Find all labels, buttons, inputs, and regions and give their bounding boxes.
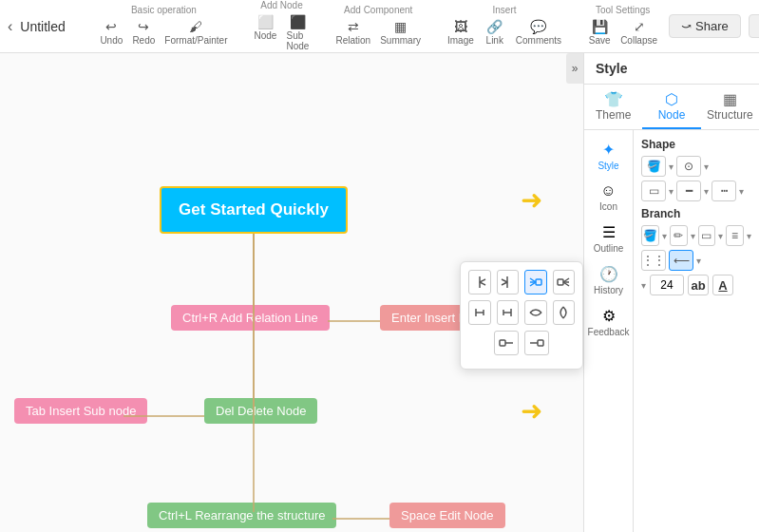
branch-opt-1[interactable] bbox=[468, 270, 491, 294]
panel-collapse-button[interactable]: » bbox=[566, 53, 583, 84]
comments-button[interactable]: 💬Comments bbox=[512, 17, 565, 48]
redo-icon: ↪ bbox=[138, 19, 149, 34]
branch-opt-2[interactable] bbox=[497, 270, 520, 294]
basic-operation-buttons: ↩Undo ↪Redo 🖌Format/Painter bbox=[96, 17, 231, 48]
add-component-group: Add Component ⇄Relation ▦Summary bbox=[332, 5, 425, 48]
ctrl-l-node[interactable]: Ctrl+L Rearrange the structure bbox=[147, 503, 336, 528]
export-button[interactable]: ⬆ Export bbox=[749, 14, 759, 38]
border-dropdown[interactable]: ▾ bbox=[704, 162, 709, 172]
ctrl-r-node[interactable]: Ctrl+R Add Relation Line bbox=[171, 305, 330, 331]
sub-node-button[interactable]: ⬛Sub Node bbox=[282, 12, 313, 53]
summary-button[interactable]: ▦Summary bbox=[376, 17, 425, 48]
undo-button[interactable]: ↩Undo bbox=[96, 17, 126, 48]
del-node[interactable]: Del Delete Node bbox=[204, 398, 317, 424]
branch-fill-dropdown[interactable]: ▾ bbox=[662, 231, 667, 241]
add-node-group: Add Node ⬜Node ⬛Sub Node bbox=[250, 0, 313, 53]
insert-label: Insert bbox=[493, 5, 517, 15]
branch-fill-btn[interactable]: 🪣 bbox=[641, 225, 659, 246]
branch-popup bbox=[460, 261, 583, 370]
text-bold-btn[interactable]: ab bbox=[688, 275, 709, 295]
text-underline-btn[interactable]: A bbox=[712, 275, 733, 295]
panel-main-content: Shape 🪣 ▾ ⊙ ▾ ▭ ▾ ━ ▾ ┅ ▾ Branch bbox=[634, 130, 759, 532]
back-button[interactable]: ‹ bbox=[8, 18, 12, 35]
branch-layout-dropdown[interactable]: ▾ bbox=[696, 256, 701, 266]
relation-button[interactable]: ⇄Relation bbox=[332, 17, 374, 48]
rect-dropdown[interactable]: ▾ bbox=[669, 186, 674, 197]
document-title: Untitled bbox=[20, 19, 77, 34]
tab-node[interactable]: Tab Insert Sub node bbox=[14, 398, 147, 424]
tool-settings-group: Tool Settings 💾Save ⤢Collapse bbox=[584, 5, 661, 48]
border-color-btn[interactable]: ⊙ bbox=[676, 156, 701, 177]
dash-dropdown[interactable]: ▾ bbox=[739, 186, 744, 197]
structure-icon: ▦ bbox=[705, 90, 755, 108]
branch-opt-7[interactable] bbox=[524, 300, 547, 325]
link-icon: 🔗 bbox=[486, 19, 503, 34]
shape-row-2: ▭ ▾ ━ ▾ ┅ ▾ bbox=[641, 180, 751, 201]
panel-tabs: 👕 Theme ⬡ Node ▦ Structure bbox=[584, 85, 759, 130]
dash-btn[interactable]: ┅ bbox=[712, 180, 736, 201]
svg-line-5 bbox=[502, 282, 507, 285]
branch-opt-6[interactable] bbox=[497, 300, 520, 325]
node-button[interactable]: ⬜Node bbox=[250, 12, 280, 53]
branch-dash2-btn[interactable]: ≡ bbox=[726, 225, 744, 246]
image-button[interactable]: 🖼Image bbox=[444, 17, 478, 48]
branch-opt-3[interactable] bbox=[524, 270, 547, 294]
collapse-button[interactable]: ⤢Collapse bbox=[617, 17, 661, 48]
branch-dash2-dropdown[interactable]: ▾ bbox=[747, 231, 751, 241]
space-node[interactable]: Space Edit Node bbox=[389, 503, 505, 528]
toolbar-right: ⤻ Share ⬆ Export bbox=[669, 14, 759, 38]
side-outline[interactable]: ☰ Outline bbox=[586, 218, 632, 258]
sub-node-icon: ⬛ bbox=[290, 14, 306, 29]
font-dropdown[interactable]: ▾ bbox=[641, 280, 646, 291]
font-size-input[interactable]: 24 bbox=[650, 275, 684, 295]
branch-layout-selected-btn[interactable]: ⟵ bbox=[669, 250, 693, 271]
link-button[interactable]: 🔗Link bbox=[480, 17, 510, 48]
branch-opt-4[interactable] bbox=[553, 270, 576, 294]
rect-btn[interactable]: ▭ bbox=[641, 180, 666, 201]
undo-icon: ↩ bbox=[105, 19, 117, 34]
branch-opt-9[interactable] bbox=[494, 331, 519, 355]
side-icon[interactable]: ☺ Icon bbox=[586, 178, 632, 217]
branch-rect-btn[interactable]: ▭ bbox=[698, 225, 716, 246]
format-painter-button[interactable]: 🖌Format/Painter bbox=[161, 17, 231, 48]
insert-buttons: 🖼Image 🔗Link 💬Comments bbox=[444, 17, 565, 48]
branch-popup-row-3 bbox=[468, 331, 575, 355]
side-history[interactable]: 🕐 History bbox=[586, 260, 632, 300]
side-style[interactable]: ✦ Style bbox=[586, 136, 632, 176]
branch-rect-dropdown[interactable]: ▾ bbox=[718, 231, 723, 241]
fill-dropdown[interactable]: ▾ bbox=[669, 162, 674, 172]
branch-row-2: ⋮⋮ ⟵ ▾ bbox=[641, 250, 751, 271]
branch-opt-8[interactable] bbox=[553, 300, 576, 325]
line-btn[interactable]: ━ bbox=[676, 180, 701, 201]
tab-node[interactable]: ⬡ Node bbox=[642, 85, 700, 129]
side-feedback[interactable]: ⚙ Feedback bbox=[586, 302, 632, 342]
history-side-icon: 🕐 bbox=[599, 265, 618, 283]
branch-line-dropdown[interactable]: ▾ bbox=[691, 231, 695, 241]
share-button[interactable]: ⤻ Share bbox=[669, 14, 741, 38]
tab-theme[interactable]: 👕 Theme bbox=[584, 85, 642, 129]
branch-opt-5[interactable] bbox=[468, 300, 491, 325]
svg-rect-20 bbox=[500, 340, 505, 346]
branch-line-btn[interactable]: ✏ bbox=[670, 225, 688, 246]
panel-header: Style bbox=[584, 53, 759, 85]
panel-title: Style bbox=[596, 61, 627, 76]
center-node[interactable]: Get Started Quickly bbox=[160, 186, 348, 234]
tool-settings-label: Tool Settings bbox=[596, 5, 650, 15]
svg-line-4 bbox=[502, 279, 507, 282]
theme-icon: 👕 bbox=[588, 90, 638, 108]
arrow-2: ➜ bbox=[521, 395, 542, 427]
branch-layout-btn[interactable]: ⋮⋮ bbox=[641, 250, 666, 271]
panel-body: ✦ Style ☺ Icon ☰ Outline 🕐 History ⚙ bbox=[584, 130, 759, 532]
fill-color-btn[interactable]: 🪣 bbox=[641, 156, 666, 177]
branch-opt-10[interactable] bbox=[524, 331, 549, 355]
branch-popup-row-1 bbox=[468, 270, 575, 294]
line-dropdown[interactable]: ▾ bbox=[704, 186, 709, 197]
redo-button[interactable]: ↪Redo bbox=[128, 17, 159, 48]
node-icon: ⬜ bbox=[257, 14, 274, 29]
tab-structure[interactable]: ▦ Structure bbox=[701, 85, 759, 129]
arrow-1: ➜ bbox=[521, 184, 542, 216]
save-button[interactable]: 💾Save bbox=[584, 17, 615, 48]
branch-row-1: 🪣 ▾ ✏ ▾ ▭ ▾ ≡ ▾ bbox=[641, 225, 751, 246]
add-component-label: Add Component bbox=[344, 5, 412, 15]
image-icon: 🖼 bbox=[454, 19, 467, 34]
